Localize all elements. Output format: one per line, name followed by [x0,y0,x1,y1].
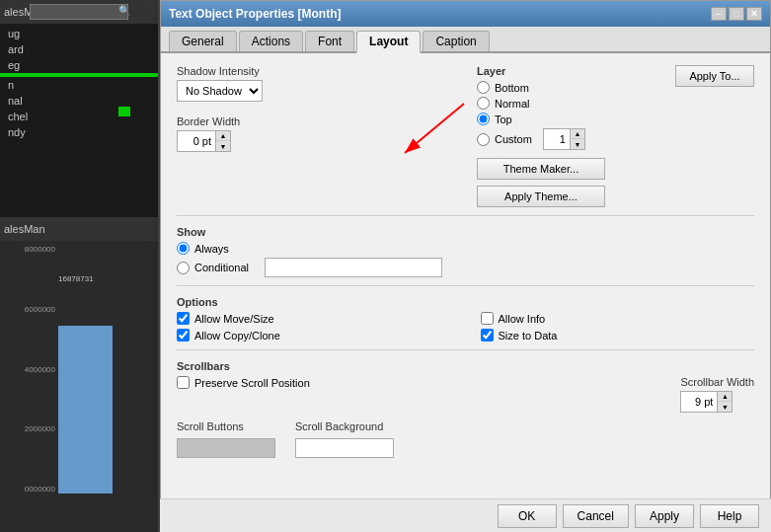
bar-value-label: 16878731 [58,274,94,283]
scroll-buttons-row: Scroll Buttons Scroll Background [177,420,754,458]
layer-normal-label: Normal [495,98,529,110]
dialog-body: Shadow Intensity No Shadow Border Width [161,53,770,470]
theme-maker-button[interactable]: Theme Maker... [477,158,605,180]
scrollbar-right: Scrollbar Width ▲ ▼ [680,376,754,413]
size-to-data-checkbox[interactable] [481,329,494,342]
list-item[interactable]: ard [0,41,158,57]
scrollbars-section: Scrollbars Preserve Scroll Position Scro… [177,360,754,458]
allow-copy-clone-row[interactable]: Allow Copy/Clone [177,329,451,342]
allow-info-checkbox[interactable] [481,312,494,325]
chart-content: 8000000 6000000 4000000 2000000 0000000 … [0,241,158,497]
maximize-button[interactable]: □ [729,7,744,21]
list-item[interactable]: eg [0,57,158,73]
scroll-buttons-swatch[interactable] [177,438,275,458]
list-item[interactable]: ug [0,26,158,41]
scrollbar-width-spinner: ▲ ▼ [680,391,732,413]
y-label: 2000000 [25,424,55,433]
border-group: Border Width ▲ ▼ [177,115,453,152]
scrollbar-left: Preserve Scroll Position [177,376,660,389]
show-conditional-radio[interactable] [177,262,190,274]
show-always-row[interactable]: Always [177,242,754,255]
layer-custom-label-row[interactable]: Custom [477,133,532,146]
allow-move-size-row[interactable]: Allow Move/Size [177,312,451,325]
close-button[interactable]: ✕ [746,7,762,21]
allow-copy-clone-checkbox[interactable] [177,329,190,342]
shadow-group: Shadow Intensity No Shadow [177,65,453,102]
border-down-button[interactable]: ▼ [216,141,230,151]
apply-to-button[interactable]: Apply To... [675,65,754,87]
show-always-radio[interactable] [177,242,190,255]
right-column: Apply To... Layer Bottom Normal To [477,65,754,207]
show-conditional-label-row[interactable]: Conditional [177,262,249,274]
custom-up-button[interactable]: ▲ [571,129,584,139]
border-input[interactable] [177,130,216,152]
size-to-data-row[interactable]: Size to Data [481,329,755,342]
background-panel: alesMan 🔍 ug ard eg n nal chel ndy alesM… [0,0,158,532]
ok-button[interactable]: OK [498,504,557,528]
tab-actions[interactable]: Actions [239,31,303,51]
layer-custom-row: Custom ▲ ▼ [477,128,754,150]
show-conditional-row: Conditional [177,258,754,277]
preserve-scroll-row[interactable]: Preserve Scroll Position [177,376,660,389]
titlebar-buttons: ─ □ ✕ [711,7,762,21]
list-item[interactable]: n [0,77,158,93]
layer-bottom-radio[interactable] [477,81,490,94]
minimize-button[interactable]: ─ [711,7,727,21]
custom-down-button[interactable]: ▼ [571,139,584,149]
bg-list: ug ard eg n nal chel ndy [0,24,158,142]
scrollbar-width-input[interactable] [680,391,718,413]
preserve-scroll-checkbox[interactable] [177,376,190,389]
show-radio-group: Always Conditional [177,242,754,277]
layer-normal-radio[interactable] [477,97,490,110]
y-axis: 8000000 6000000 4000000 2000000 0000000 [4,245,58,494]
layer-custom-radio[interactable] [477,133,490,146]
cancel-button[interactable]: Cancel [563,504,629,528]
custom-input[interactable] [543,128,571,150]
list-item[interactable]: ndy [0,124,158,140]
divider1 [177,215,754,216]
tab-caption[interactable]: Caption [423,31,489,51]
dialog-title: Text Object Properties [Month] [169,7,341,21]
scrollbar-inner: Preserve Scroll Position Scrollbar Width… [177,376,754,413]
conditional-input[interactable] [265,258,442,277]
layer-top-radio[interactable] [477,113,490,125]
shadow-select[interactable]: No Shadow [177,80,263,102]
apply-button[interactable]: Apply [635,504,694,528]
scroll-background-label: Scroll Background [295,420,394,432]
indicator-bar [118,107,130,116]
left-column: Shadow Intensity No Shadow Border Width [177,65,453,207]
allow-copy-clone-label: Allow Copy/Clone [194,330,280,342]
layer-top-label: Top [495,114,512,125]
layer-top-row[interactable]: Top [477,113,754,125]
layer-normal-row[interactable]: Normal [477,97,754,110]
options-section-header: Options [177,296,754,308]
dialog-footer: OK Cancel Apply Help [160,498,771,532]
shadow-row: No Shadow [177,80,453,102]
scroll-background-swatch[interactable] [295,438,394,458]
tab-font[interactable]: Font [305,31,354,51]
scroll-buttons-group: Scroll Buttons [177,420,275,458]
two-column-layout: Shadow Intensity No Shadow Border Width [177,65,754,207]
list-item[interactable]: chel [0,109,158,124]
tab-layout[interactable]: Layout [356,31,421,53]
allow-info-label: Allow Info [499,313,546,325]
y-label: 8000000 [25,245,55,254]
y-label: 6000000 [25,305,55,314]
search-input[interactable] [30,4,128,20]
tab-general[interactable]: General [169,31,237,51]
scrollbar-width-down-button[interactable]: ▼ [718,402,732,412]
layer-custom-label: Custom [495,133,532,145]
apply-theme-button[interactable]: Apply Theme... [477,186,605,207]
help-button[interactable]: Help [700,504,759,528]
border-spinner-buttons: ▲ ▼ [216,130,231,152]
show-section-header: Show [177,226,754,238]
list-item[interactable]: nal [0,93,158,109]
scrollbars-section-header: Scrollbars [177,360,754,372]
border-row: ▲ ▼ [177,130,453,152]
show-section: Show Always Conditional [177,226,754,277]
scrollbar-width-up-button[interactable]: ▲ [718,392,732,402]
allow-move-size-checkbox[interactable] [177,312,190,325]
border-spinner: ▲ ▼ [177,130,231,152]
border-up-button[interactable]: ▲ [216,131,230,141]
allow-info-row[interactable]: Allow Info [481,312,755,325]
